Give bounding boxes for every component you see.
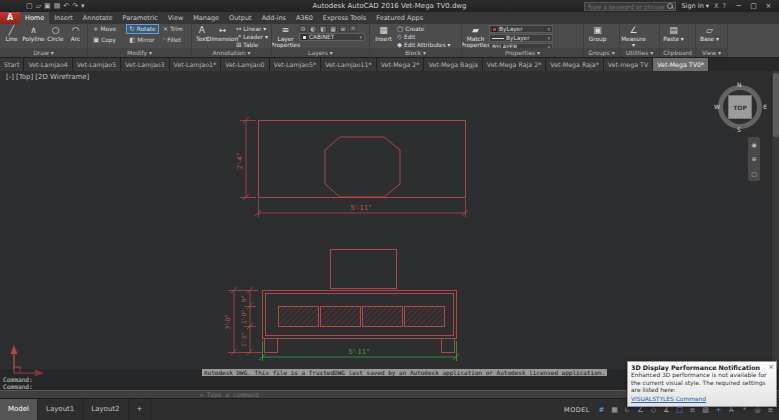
zoom-extents-icon[interactable]: ▢ — [751, 170, 757, 177]
panel-label-layers[interactable]: Layers ▾ — [272, 48, 369, 57]
ribbon-tab[interactable]: A360 — [291, 12, 318, 24]
copy-tool[interactable]: ▣ Copy — [91, 36, 124, 44]
minimize-button[interactable]: ─ — [731, 0, 746, 12]
file-tab[interactable]: Vet-Mega Raja 2* — [483, 58, 546, 71]
save-icon[interactable]: ▣ — [44, 0, 51, 12]
edit-block-tool[interactable]: ◇ Edit — [397, 33, 450, 41]
polyline-tool[interactable]: ∧ Polyline — [23, 25, 44, 42]
linear-tool[interactable]: ↔ Linear ▾ — [236, 25, 268, 33]
layer-match-icon[interactable]: ≡ — [339, 25, 347, 32]
panel-label-clipboard[interactable]: Clipboard — [660, 48, 695, 57]
viewcube-top-face[interactable]: TOP — [728, 95, 752, 119]
drawing-area[interactable]: 2'-4" 5'-11" — [0, 71, 779, 398]
recent-commands-icon[interactable]: » — [200, 391, 204, 398]
command-input[interactable] — [207, 391, 407, 398]
viewcube-west[interactable]: W — [714, 103, 720, 110]
viewcube-east[interactable]: E — [763, 103, 767, 110]
layer-on-icon[interactable]: ⊙ — [299, 25, 307, 32]
file-tab[interactable]: Vet-Lamjao3 — [121, 58, 169, 71]
undo-icon[interactable]: ↶ — [63, 0, 69, 12]
model-space-button[interactable]: MODEL — [564, 406, 590, 414]
file-tab[interactable]: Vet-Lamjao11* — [321, 58, 377, 71]
ribbon-tab[interactable]: Home — [20, 12, 49, 24]
file-tab[interactable]: Vet-Lamjao5 — [73, 58, 121, 71]
ribbon-tab[interactable]: Output — [224, 12, 257, 24]
file-tab[interactable]: Vet-mega TV — [604, 58, 653, 71]
search-input[interactable] — [587, 3, 665, 10]
arc-tool[interactable]: ◠ Arc — [67, 25, 84, 42]
signin-button[interactable]: Sign In ▾ — [681, 2, 709, 10]
ribbon-tab[interactable]: View — [163, 12, 188, 24]
mirror-tool[interactable]: ◧ Mirror — [127, 36, 158, 44]
line-tool[interactable]: ╱ Line — [3, 25, 20, 42]
ribbon-tab[interactable]: Annotate — [78, 12, 118, 24]
move-tool[interactable]: + Move — [91, 25, 124, 33]
create-block-tool[interactable]: ▢ Create — [397, 25, 450, 33]
help-icon[interactable]: ? — [723, 2, 726, 10]
visualstyles-link[interactable]: VISUALSTYLES Command — [631, 396, 706, 402]
layout-tab[interactable]: Model — [0, 399, 38, 420]
viewcube-south[interactable]: S — [737, 126, 741, 133]
ribbon-tab[interactable]: Manage — [188, 12, 224, 24]
file-tab[interactable]: Vet-Lamjao5* — [270, 58, 322, 71]
panel-label-modify[interactable]: Modify ▾ — [88, 48, 191, 57]
open-icon[interactable]: ▱ — [36, 0, 41, 12]
paste-tool[interactable]: ▤ Paste ▾ — [663, 25, 684, 42]
vertical-scrollbar[interactable] — [771, 71, 779, 369]
panel-label-draw[interactable]: Draw ▾ — [0, 48, 87, 57]
panel-label-properties[interactable]: Properties ▾ — [462, 48, 583, 57]
layout-tab[interactable]: Layout1 — [38, 399, 83, 420]
app-menu-button[interactable]: A — [0, 12, 20, 24]
viewcube[interactable]: N W S E TOP — [716, 83, 764, 131]
layer-dropdown[interactable]: CABINET ▾ — [299, 33, 365, 41]
grid-icon[interactable]: # — [595, 402, 608, 418]
scrollbar-thumb[interactable] — [773, 73, 779, 137]
layer-isolate-icon[interactable]: ▦ — [329, 25, 337, 32]
panel-label-view[interactable]: View ▾ — [696, 48, 727, 57]
rotate-tool[interactable]: ↻ Rotate — [127, 25, 158, 33]
leader-tool[interactable]: ↗ Leader ▾ — [236, 33, 268, 41]
file-tab[interactable]: Vet-Mega Raja* — [546, 58, 603, 71]
file-tab[interactable]: Vet-Mega 2* — [377, 58, 425, 71]
viewport-menu-button[interactable]: [-] — [6, 73, 14, 81]
measure-tool[interactable]: ∠ Measure ▾ — [623, 25, 644, 48]
view-control-button[interactable]: [Top] — [16, 73, 33, 81]
fillet-tool[interactable]: ◝ Fillet — [161, 36, 188, 44]
plot-icon[interactable]: ▤ — [54, 0, 61, 12]
file-tab[interactable]: Vet-Lamjao0 — [221, 58, 269, 71]
layout-tab[interactable]: Layout2 — [83, 399, 128, 420]
snap-mode-icon[interactable]: ▦ — [608, 402, 621, 418]
pan-icon[interactable]: ⊕ — [751, 155, 756, 162]
qat-dropdown-icon[interactable]: ▾ — [81, 0, 85, 12]
panel-label-annotation[interactable]: Annotation ▾ — [192, 48, 271, 57]
maximize-button[interactable]: ▢ — [746, 0, 761, 12]
object-color-dropdown[interactable]: ByLayer ▾ — [489, 25, 553, 33]
match-properties-tool[interactable]: ▰ Match Properties — [465, 25, 486, 48]
file-tab[interactable]: Start — [0, 58, 24, 71]
close-button[interactable]: × — [761, 0, 776, 12]
trim-tool[interactable]: × Trim — [161, 25, 188, 33]
ribbon-tab[interactable]: Parametric — [118, 12, 163, 24]
file-tab[interactable]: Vet-Mega TV0* — [653, 58, 709, 71]
base-tool[interactable]: ▱ Base ▾ — [699, 25, 720, 42]
close-icon[interactable]: × — [768, 363, 774, 371]
file-tab[interactable]: Vet-Mega Bagja — [424, 58, 482, 71]
ribbon-tab[interactable]: Insert — [49, 12, 78, 24]
layout-tab[interactable]: + — [129, 399, 152, 420]
viewcube-north[interactable]: N — [737, 81, 742, 88]
dimension-tool[interactable]: ↔ Dimension — [212, 25, 233, 42]
group-tool[interactable]: ▣ Group — [587, 25, 608, 42]
file-tab[interactable]: Vet-Lamjao4 — [24, 58, 72, 71]
full-navigation-wheel-icon[interactable]: ◉ — [751, 141, 756, 148]
edit-attributes-tool[interactable]: ◆ Edit Attributes ▾ — [397, 41, 450, 48]
ribbon-tab[interactable]: Express Tools — [318, 12, 371, 24]
new-icon[interactable]: ▢ — [26, 0, 33, 12]
ribbon-tab[interactable]: Featured Apps — [371, 12, 428, 24]
panel-label-block[interactable]: Block ▾ — [370, 48, 461, 57]
layer-properties-tool[interactable]: ≡ Layer Properties — [275, 25, 296, 48]
ribbon-tab[interactable]: Add-ins — [257, 12, 291, 24]
file-tab[interactable]: Vet-Lamjao1* — [170, 58, 222, 71]
circle-tool[interactable]: ○ Circle — [47, 25, 64, 42]
exchange-apps-icon[interactable]: X — [714, 2, 718, 10]
layer-prev-icon[interactable]: * — [349, 25, 357, 32]
